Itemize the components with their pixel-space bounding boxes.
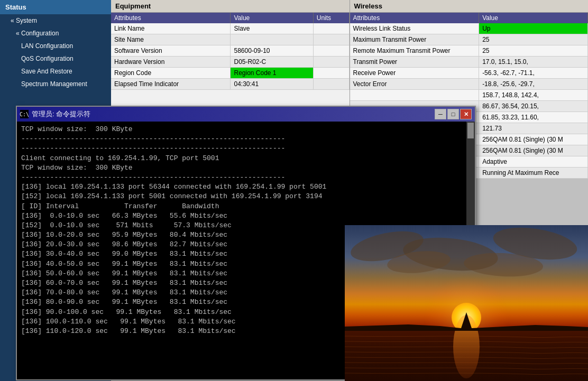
eq-attr-cell: Region Code	[111, 68, 231, 79]
wl-value-cell: Adaptive	[479, 156, 588, 168]
eq-attr-cell: Link Name	[111, 23, 231, 34]
table-row: Region CodeRegion Code 1	[111, 68, 349, 79]
wl-value-cell: 17.0, 15.1, 15.0,	[479, 57, 588, 68]
wl-value-cell: 256QAM 0.81 (Single) (30 M	[479, 145, 588, 156]
eq-value-cell	[231, 34, 313, 45]
scrollbar-thumb[interactable]	[467, 123, 474, 138]
eq-col-value: Value	[231, 13, 313, 23]
cmd-titlebar-left: C:\ 管理员: 命令提示符	[20, 109, 90, 119]
sidebar-item-save-restore[interactable]: Save And Restore	[0, 65, 111, 78]
wl-attr-cell: Transmit Power	[350, 57, 479, 68]
wl-value-cell: 61.85, 33.23, 11.60,	[479, 112, 588, 123]
equipment-title: Equipment	[111, 0, 350, 13]
wl-attr-cell: Remote Maximum Transmit Power	[350, 45, 479, 57]
table-row: Transmit Power17.0, 15.1, 15.0,	[350, 57, 588, 68]
eq-attr-cell: Software Version	[111, 45, 231, 57]
wireless-title: Wireless	[350, 0, 589, 13]
eq-units-cell	[313, 34, 349, 45]
wl-value-cell: 158.7, 148.8, 142.4,	[479, 90, 588, 101]
sidebar-item-qos[interactable]: QoS Configuration	[0, 52, 111, 65]
table-row: Hardware VersionD05-R02-C	[111, 57, 349, 68]
wl-col-attr: Attributes	[350, 13, 479, 23]
sidebar-item-configuration[interactable]: « Configuration	[0, 27, 111, 40]
main-content: Equipment Attributes Value Units Link Na…	[111, 0, 588, 106]
close-button[interactable]: ✕	[460, 109, 472, 119]
table-row: Receive Power-56.3, -62.7, -71.1,	[350, 68, 588, 79]
eq-units-cell	[313, 57, 349, 68]
sidebar-item-system[interactable]: « System	[0, 14, 111, 27]
eq-units-cell	[313, 68, 349, 79]
table-row: Link NameSlave	[111, 23, 349, 34]
wl-value-cell: 86.67, 36.54, 20.15,	[479, 101, 588, 112]
sidebar-item-spectrum[interactable]: Spectrum Management	[0, 78, 111, 90]
eq-attr-cell: Site Name	[111, 34, 231, 45]
wireless-panel: Wireless Attributes Value Wireless Link …	[350, 0, 589, 106]
equipment-table: Attributes Value Units Link NameSlaveSit…	[111, 13, 350, 90]
eq-units-cell	[313, 23, 349, 34]
sunset-canvas	[345, 225, 588, 381]
wl-attr-cell	[350, 90, 479, 101]
wl-col-value: Value	[479, 13, 588, 23]
cmd-titlebar: C:\ 管理员: 命令提示符 ─ □ ✕	[17, 107, 475, 122]
table-row: 158.7, 148.8, 142.4,	[350, 90, 588, 101]
wl-value-cell: 25	[479, 45, 588, 57]
cmd-title-text: 管理员: 命令提示符	[32, 109, 90, 119]
eq-attr-cell: Hardware Version	[111, 57, 231, 68]
wl-value-cell: Running At Maximum Rece	[479, 168, 588, 179]
table-row: Elapsed Time Indicator04:30:41	[111, 79, 349, 90]
eq-value-cell: D05-R02-C	[231, 57, 313, 68]
wl-value-cell: 121.73	[479, 123, 588, 134]
wl-value-cell: -56.3, -62.7, -71.1,	[479, 68, 588, 79]
table-row: Site Name	[111, 34, 349, 45]
wl-value-cell: 25	[479, 34, 588, 45]
eq-value-cell: 04:30:41	[231, 79, 313, 90]
wl-attr-cell: Vector Error	[350, 79, 479, 90]
wl-value-cell: Up	[479, 23, 588, 34]
table-row: Software Version58600-09-10	[111, 45, 349, 57]
eq-attr-cell: Elapsed Time Indicator	[111, 79, 231, 90]
wl-attr-cell: Wireless Link Status	[350, 23, 479, 34]
wl-value-cell: 256QAM 0.81 (Single) (30 M	[479, 134, 588, 145]
cmd-app-icon: C:\	[20, 110, 29, 118]
eq-value-cell: Slave	[231, 23, 313, 34]
sidebar-status[interactable]: Status	[0, 0, 111, 14]
eq-value-cell: Region Code 1	[231, 68, 313, 79]
table-row: Wireless Link StatusUp	[350, 23, 588, 34]
sunset-photo	[345, 225, 588, 381]
equipment-panel: Equipment Attributes Value Units Link Na…	[111, 0, 350, 106]
wl-attr-cell: Maximum Transmit Power	[350, 34, 479, 45]
maximize-button[interactable]: □	[447, 109, 459, 119]
table-row: Vector Error-18.8, -25.6, -29.7,	[350, 79, 588, 90]
table-row: Remote Maximum Transmit Power25	[350, 45, 588, 57]
eq-units-cell	[313, 79, 349, 90]
eq-value-cell: 58600-09-10	[231, 45, 313, 57]
wl-attr-cell: Receive Power	[350, 68, 479, 79]
eq-col-units: Units	[313, 13, 349, 23]
eq-units-cell	[313, 45, 349, 57]
minimize-button[interactable]: ─	[435, 109, 446, 119]
wl-value-cell: -18.8, -25.6, -29.7,	[479, 79, 588, 90]
table-row: Maximum Transmit Power25	[350, 34, 588, 45]
eq-col-attr: Attributes	[111, 13, 231, 23]
cmd-titlebar-buttons: ─ □ ✕	[435, 109, 472, 119]
sidebar-item-lan[interactable]: LAN Configuration	[0, 40, 111, 52]
